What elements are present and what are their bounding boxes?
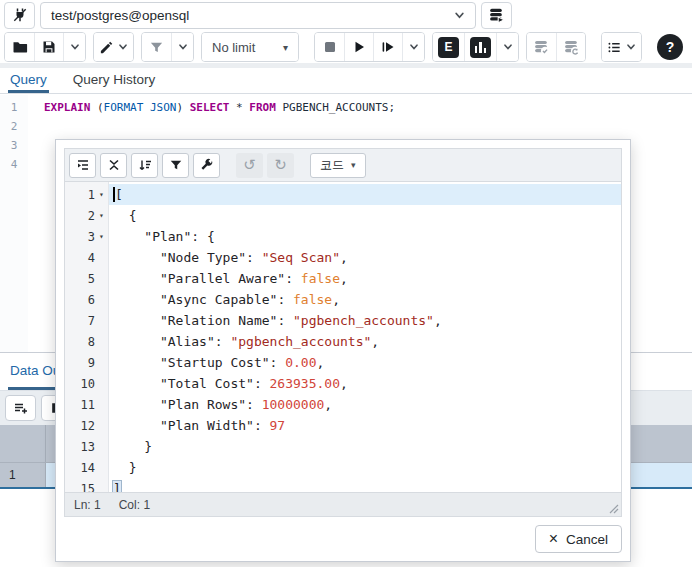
json-code-line[interactable]: "Parallel Aware": false, — [109, 268, 621, 289]
tab-query[interactable]: Query — [8, 68, 49, 93]
edit-options-button[interactable] — [94, 33, 133, 61]
stop-button[interactable] — [315, 33, 344, 61]
redo-button[interactable]: ↻ — [267, 153, 294, 178]
fold-toggle-icon[interactable]: ▾ — [95, 190, 108, 199]
code-token: : — [215, 334, 231, 349]
tab-query-history[interactable]: Query History — [71, 68, 158, 93]
chevron-down-icon — [70, 42, 80, 52]
execute-options-button[interactable] — [402, 33, 424, 61]
editor-mode-label: 코드 — [320, 157, 344, 174]
save-options-button[interactable] — [63, 33, 85, 61]
json-code-line[interactable]: "Async Capable": false, — [109, 289, 621, 310]
json-line-number: 6 — [65, 289, 108, 310]
code-token: PGBENCH_ACCOUNTS; — [276, 101, 395, 114]
play-from-cursor-icon — [380, 39, 396, 55]
json-code-line[interactable]: "Startup Cost": 0.00, — [109, 352, 621, 373]
database-commit-icon — [533, 39, 550, 56]
json-editor-toolbar: ↺ ↻ 코드 ▾ — [65, 149, 621, 181]
macros-button-group — [601, 32, 642, 62]
funnel-icon — [169, 158, 183, 172]
resize-grip[interactable] — [609, 504, 619, 514]
cancel-button[interactable]: × Cancel — [535, 525, 622, 553]
explain-options-button[interactable] — [496, 33, 518, 61]
json-code-line[interactable]: "Plan": { — [109, 226, 621, 247]
code-token: "Parallel Aware" — [160, 271, 285, 286]
play-icon — [351, 39, 367, 55]
json-editor-body[interactable]: 1▾2▾3▾456789101112131415 [ { "Plan": { "… — [65, 181, 621, 492]
chevron-down-icon — [409, 42, 419, 52]
json-editor-dialog: ↺ ↻ 코드 ▾ 1▾2▾3▾456789101112131415 [ { "P… — [55, 139, 631, 562]
json-code-line[interactable]: "Total Cost": 263935.00, — [109, 373, 621, 394]
sql-line-number: 4 — [0, 155, 28, 174]
grid-corner-cell[interactable] — [0, 425, 46, 462]
chevron-down-icon — [626, 42, 636, 52]
fold-toggle-icon[interactable]: ▾ — [95, 211, 108, 220]
macros-button[interactable] — [602, 33, 641, 61]
file-button-group — [4, 32, 86, 62]
rollback-button[interactable] — [556, 33, 585, 61]
code-token — [113, 313, 160, 328]
code-token: "Alias" — [160, 334, 215, 349]
connection-bar: test/postgres@opensql — [0, 0, 692, 30]
json-code-line[interactable]: "Relation Name": "pgbench_accounts", — [109, 310, 621, 331]
sql-code-line[interactable]: EXPLAIN (FORMAT JSON) SELECT * FROM PGBE… — [44, 98, 692, 117]
fold-toggle-icon[interactable]: ▾ — [95, 232, 108, 241]
code-token: , — [340, 250, 348, 265]
json-code-line[interactable]: "Node Type": "Seq Scan", — [109, 247, 621, 268]
json-code-line[interactable]: "Plan Width": 97 — [109, 415, 621, 436]
filter-options-button[interactable] — [171, 33, 193, 61]
repair-button[interactable] — [193, 153, 220, 178]
save-icon — [41, 39, 57, 55]
json-code-line[interactable]: { — [109, 205, 621, 226]
undo-button[interactable]: ↺ — [236, 153, 263, 178]
code-token: 10000000 — [262, 397, 325, 412]
json-code-line[interactable]: } — [109, 436, 621, 457]
format-button[interactable] — [69, 153, 96, 178]
code-token — [113, 418, 160, 433]
json-code-line[interactable]: ] — [109, 478, 621, 492]
sort-button[interactable] — [131, 153, 158, 178]
code-token — [113, 292, 160, 307]
code-token: EXPLAIN — [44, 101, 90, 114]
row-limit-select[interactable]: No limit ▾ — [202, 33, 298, 61]
explain-analyze-button[interactable] — [464, 33, 496, 61]
filter-button[interactable] — [142, 33, 171, 61]
dialog-footer: × Cancel — [64, 517, 622, 553]
json-code-line[interactable]: } — [109, 457, 621, 478]
grid-row-number-cell[interactable]: 1 — [0, 463, 46, 487]
code-token: 0.00 — [285, 355, 316, 370]
code-token — [113, 376, 160, 391]
code-token: 97 — [270, 418, 286, 433]
code-token: } — [113, 439, 152, 454]
redo-icon: ↻ — [274, 156, 287, 174]
new-connection-button[interactable] — [481, 2, 512, 29]
code-token: ( — [90, 101, 103, 114]
connection-status-button[interactable] — [4, 2, 35, 29]
commit-button[interactable] — [527, 33, 556, 61]
code-token: : — [270, 355, 286, 370]
code-token: FROM — [249, 101, 276, 114]
code-token: FORMAT JSON — [104, 101, 177, 114]
caret-down-icon: ▾ — [351, 160, 356, 170]
filter-transform-button[interactable] — [162, 153, 189, 178]
json-code-line[interactable]: "Alias": "pgbench_accounts", — [109, 331, 621, 352]
chevron-down-icon — [503, 42, 513, 52]
json-line-number: 9 — [65, 352, 108, 373]
code-token: { — [113, 208, 136, 223]
add-row-button[interactable] — [5, 395, 36, 421]
execute-from-cursor-button[interactable] — [373, 33, 402, 61]
help-button[interactable]: ? — [657, 34, 683, 60]
open-file-button[interactable] — [5, 33, 34, 61]
json-code-line[interactable]: [ — [109, 184, 621, 205]
row-limit-group: No limit ▾ — [201, 32, 299, 62]
compact-button[interactable] — [100, 153, 127, 178]
editor-mode-select[interactable]: 코드 ▾ — [310, 153, 366, 178]
json-code-line[interactable]: "Plan Rows": 10000000, — [109, 394, 621, 415]
explain-button[interactable]: E — [433, 33, 464, 61]
connection-select[interactable]: test/postgres@opensql — [40, 2, 476, 29]
chevron-down-icon — [178, 42, 188, 52]
execute-button[interactable] — [344, 33, 373, 61]
code-token: : — [254, 376, 270, 391]
json-editor-code[interactable]: [ { "Plan": { "Node Type": "Seq Scan", "… — [109, 182, 621, 492]
save-button[interactable] — [34, 33, 63, 61]
